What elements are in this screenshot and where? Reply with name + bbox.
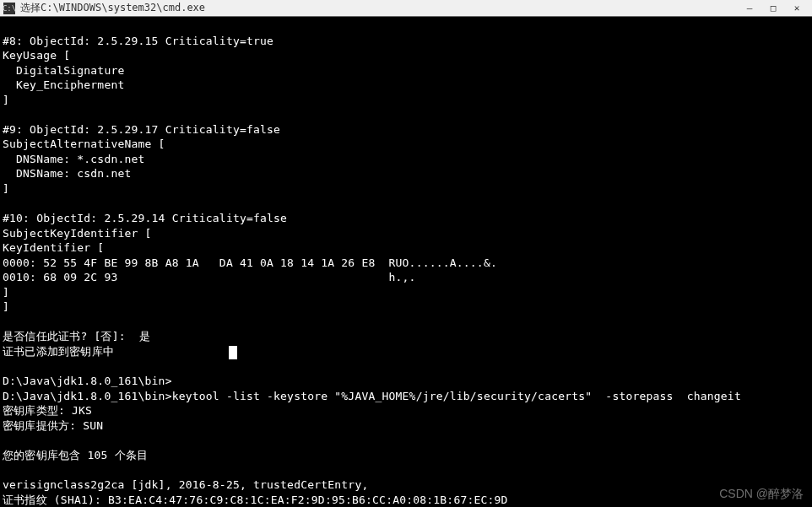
terminal-line: KeyIdentifier [ <box>3 240 809 256</box>
terminal-line: ] <box>3 181 809 197</box>
minimize-button[interactable]: — <box>738 1 761 16</box>
terminal-line: #8: ObjectId: 2.5.29.15 Criticality=true <box>3 34 809 49</box>
maximize-button[interactable]: □ <box>761 1 785 16</box>
window-title: 选择C:\WINDOWS\system32\cmd.exe <box>20 1 738 15</box>
terminal-line <box>3 359 809 375</box>
terminal-line: 您的密钥库包含 105 个条目 <box>3 448 809 463</box>
terminal-line: DNSName: *.csdn.net <box>3 152 809 167</box>
terminal-line: Key_Encipherment <box>3 78 809 93</box>
cmd-icon: C:\ <box>3 3 15 14</box>
terminal-line: 0000: 52 55 4F BE 99 8B A8 1A DA 41 0A 1… <box>3 256 809 271</box>
terminal-line <box>3 433 809 448</box>
window-titlebar: C:\ 选择C:\WINDOWS\system32\cmd.exe — □ ✕ <box>0 0 812 17</box>
terminal-line <box>3 19 809 34</box>
terminal-line: 0010: 68 09 2C 93 h.,. <box>3 270 809 285</box>
terminal-line: SubjectKeyIdentifier [ <box>3 226 809 241</box>
terminal-line: DigitalSignature <box>3 63 809 78</box>
terminal-line: D:\Java\jdk1.8.0_161\bin> <box>3 374 809 389</box>
terminal-line: 证书指纹 (SHA1): B3:EA:C4:47:76:C9:C8:1C:EA:… <box>3 493 809 508</box>
terminal-output[interactable]: #8: ObjectId: 2.5.29.15 Criticality=true… <box>0 17 812 507</box>
terminal-line: verisignclass2g2ca [jdk], 2016-8-25, tru… <box>3 477 809 493</box>
terminal-line: D:\Java\jdk1.8.0_161\bin>keytool -list -… <box>3 389 809 404</box>
terminal-line: SubjectAlternativeName [ <box>3 137 809 152</box>
terminal-line: 密钥库提供方: SUN <box>3 418 809 434</box>
close-button[interactable]: ✕ <box>785 1 809 16</box>
terminal-line <box>3 315 809 330</box>
terminal-line: KeyUsage [ <box>3 48 809 63</box>
terminal-line <box>3 462 809 477</box>
terminal-line: ] <box>3 93 809 108</box>
text-cursor <box>229 346 237 359</box>
terminal-line: 证书已添加到密钥库中 <box>3 344 809 359</box>
terminal-line: 是否信任此证书? [否]: 是 <box>3 329 809 344</box>
terminal-line: 密钥库类型: JKS <box>3 403 809 418</box>
terminal-line: #9: ObjectId: 2.5.29.17 Criticality=fals… <box>3 122 809 138</box>
terminal-line <box>3 197 809 212</box>
terminal-line <box>3 107 809 122</box>
terminal-line: #10: ObjectId: 2.5.29.14 Criticality=fal… <box>3 211 809 226</box>
terminal-line: ] <box>3 285 809 300</box>
terminal-line: ] <box>3 299 809 315</box>
window-controls: — □ ✕ <box>738 1 809 16</box>
terminal-line: DNSName: csdn.net <box>3 166 809 181</box>
